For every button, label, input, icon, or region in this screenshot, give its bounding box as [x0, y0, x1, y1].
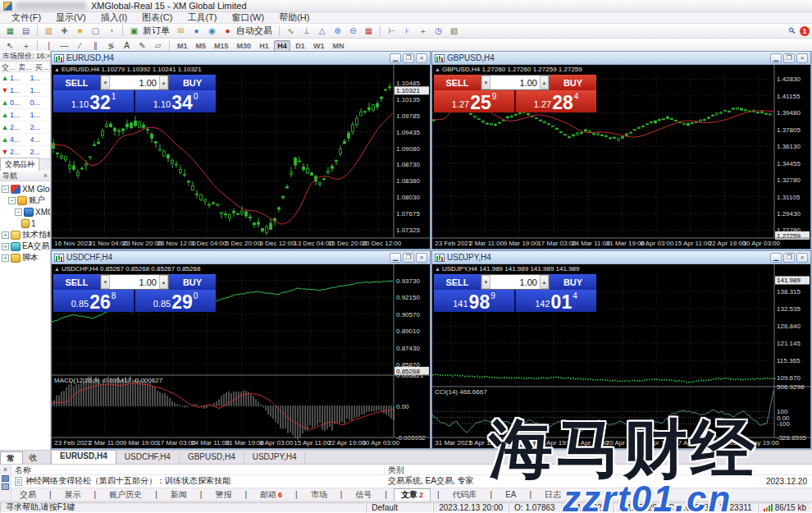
autotrading-label[interactable]: 自动交易: [236, 25, 272, 37]
market-watch-row[interactable]: ▲1...1...: [0, 72, 50, 85]
new-order-icon[interactable]: ▣: [127, 25, 141, 37]
tree-expand-icon[interactable]: −: [15, 208, 22, 216]
shapes-icon[interactable]: ▱: [151, 39, 165, 52]
fibonacci-icon[interactable]: ≶: [104, 39, 118, 52]
mailbox-icon[interactable]: ✉: [174, 25, 188, 37]
terminal-dock-icon[interactable]: [2, 475, 9, 482]
clock-icon[interactable]: ◷: [431, 25, 445, 37]
terminal-tab-3[interactable]: 新闻: [164, 489, 194, 501]
chart-client-area[interactable]: 1.104851.101351.097851.094351.090801.087…: [52, 65, 430, 249]
market-watch-row[interactable]: ▲2...2...: [0, 121, 50, 134]
chart-tab-GBPUSD[interactable]: GBPUSD,H4: [180, 451, 244, 464]
channel-icon[interactable]: ∥: [89, 39, 103, 52]
buy-button[interactable]: BUY: [550, 274, 596, 290]
article-row[interactable]: 神经网络变得轻松（第四十五部分）：训练状态探索技能 交易系统, EA交易, 专家…: [11, 475, 812, 487]
column-category[interactable]: 类别: [385, 465, 812, 474]
tab-symbols[interactable]: 交易品种: [0, 158, 39, 171]
chart-tab-USDJPY[interactable]: USDJPY,H4: [244, 451, 306, 464]
buy-button[interactable]: BUY: [169, 75, 216, 90]
terminal-tab-9[interactable]: 代码库: [446, 489, 484, 501]
chart-tab-EURUSD[interactable]: EURUSD,H4: [51, 450, 116, 464]
tree-expand-icon[interactable]: −: [8, 197, 16, 204]
restore-icon[interactable]: ❐: [403, 253, 414, 263]
menu-item[interactable]: 文件(F): [5, 11, 48, 24]
tree-node-[interactable]: +脚本: [0, 252, 50, 263]
market-watch-row[interactable]: ▲1...1...: [0, 109, 50, 121]
zoom-in-icon[interactable]: ⊕: [331, 25, 344, 37]
indicator-list-icon[interactable]: ⊥: [299, 25, 313, 37]
volume-up-icon[interactable]: ▲: [540, 275, 549, 289]
arrange-horz-icon[interactable]: ⊦: [400, 25, 414, 37]
menu-item[interactable]: 窗口(W): [225, 11, 271, 24]
tile-windows-icon[interactable]: ▦: [362, 25, 376, 37]
minimize-icon[interactable]: ▁: [770, 53, 782, 63]
restore-icon[interactable]: ❐: [783, 53, 795, 63]
chart-window-titlebar[interactable]: EURUSD,H4▁❐×: [52, 52, 430, 65]
tree-node-[interactable]: −账户: [0, 195, 50, 206]
tree-node-XMG[interactable]: −XMG: [0, 206, 50, 218]
market-watch-row[interactable]: ▲0...0...: [0, 97, 50, 109]
market-watch-row[interactable]: ▼2...2...: [0, 146, 50, 158]
buy-price[interactable]: 1.10340: [135, 90, 216, 112]
tree-node-EA[interactable]: +EA交易: [0, 240, 50, 252]
chart-window-titlebar[interactable]: GBPUSD,H4▁❐×: [432, 52, 810, 65]
timeframe-button-w1[interactable]: W1: [310, 40, 328, 52]
market-watch-column[interactable]: 交...: [0, 62, 16, 71]
minimize-icon[interactable]: ▁: [390, 53, 401, 63]
tree-expand-icon[interactable]: +: [2, 254, 9, 262]
market-watch-row[interactable]: ▲4...4...: [0, 134, 50, 146]
data-window-icon[interactable]: ▢: [89, 25, 103, 37]
volume-up-icon[interactable]: ▲: [540, 76, 549, 89]
search-icon[interactable]: 🔍︎: [785, 25, 799, 37]
arrows-tool-icon[interactable]: ✎: [135, 39, 149, 52]
timeframe-button-m30[interactable]: M30: [234, 40, 255, 52]
market-watch-column[interactable]: 买...: [34, 62, 50, 71]
timeframe-button-m5[interactable]: M5: [193, 40, 210, 52]
horizontal-line-icon[interactable]: ―: [57, 39, 71, 52]
navigator-header[interactable]: 导航 ×: [0, 171, 50, 181]
navigator-tab-收藏夹[interactable]: 收藏夹: [23, 451, 51, 464]
chart-window-EURUSD[interactable]: EURUSD,H4▁❐×1.104851.101351.097851.09435…: [51, 51, 431, 250]
arrange-vert-icon[interactable]: ⊢: [385, 25, 399, 37]
market-watch-column[interactable]: 卖...: [16, 62, 33, 71]
volume-up-icon[interactable]: ▲: [159, 76, 168, 89]
profiles-icon[interactable]: ▤: [19, 25, 33, 37]
timeframe-button-mn[interactable]: MN: [330, 40, 348, 52]
status-profile[interactable]: Default: [366, 502, 433, 513]
crosshair-move-icon[interactable]: ✚: [57, 25, 71, 37]
terminal-tab-4[interactable]: 警报: [208, 489, 238, 501]
close-icon[interactable]: ×: [47, 52, 50, 60]
volume-field[interactable]: ▼1.00▲: [481, 75, 550, 90]
close-icon[interactable]: ×: [43, 172, 48, 180]
chart-window-GBPUSD[interactable]: GBPUSD,H4▁❐×1.428301.411551.394801.37805…: [431, 51, 811, 250]
chart-window-titlebar[interactable]: USDCHF,H4▁❐×: [52, 251, 430, 264]
terminal-tab-7[interactable]: 信号: [349, 489, 378, 501]
chart-client-area[interactable]: 138.315132.535126.840121.145115.365109.6…: [432, 264, 810, 448]
buy-price[interactable]: 0.85290: [135, 290, 216, 312]
menu-item[interactable]: 帮助(H): [272, 11, 316, 24]
volume-down-icon[interactable]: ▼: [481, 76, 490, 89]
indicators-icon[interactable]: ∿: [284, 25, 298, 37]
terminal-tab-1[interactable]: 展示: [58, 489, 88, 501]
vertical-line-icon[interactable]: ❘: [42, 39, 56, 52]
menu-item[interactable]: 显示(V): [49, 11, 93, 24]
tree-node-XMGlobal[interactable]: −XM Global: [0, 183, 50, 195]
timeframe-button-m15[interactable]: M15: [211, 40, 232, 52]
minimize-icon[interactable]: ▁: [390, 253, 401, 263]
sell-button[interactable]: SELL: [434, 75, 481, 90]
close-icon[interactable]: ×: [3, 465, 7, 474]
terminal-tab-8[interactable]: 文章2: [394, 488, 431, 502]
menu-item[interactable]: 图表(C): [135, 11, 179, 24]
restore-icon[interactable]: ❐: [783, 253, 795, 263]
tree-expand-icon[interactable]: +: [2, 243, 9, 250]
new-window-icon[interactable]: ＋: [416, 25, 430, 37]
text-icon[interactable]: A: [120, 39, 134, 52]
tree-node-[interactable]: +技术指标: [0, 229, 50, 240]
close-icon[interactable]: ×: [796, 253, 808, 263]
sell-button[interactable]: SELL: [53, 274, 100, 290]
sell-price[interactable]: 1.27259: [434, 90, 514, 112]
zoom-out-icon[interactable]: ⊖: [346, 25, 360, 37]
trendline-icon[interactable]: ∕: [73, 39, 87, 52]
notification-badge[interactable]: 1: [800, 26, 810, 36]
strategy-tester-icon[interactable]: ◔: [104, 25, 118, 37]
